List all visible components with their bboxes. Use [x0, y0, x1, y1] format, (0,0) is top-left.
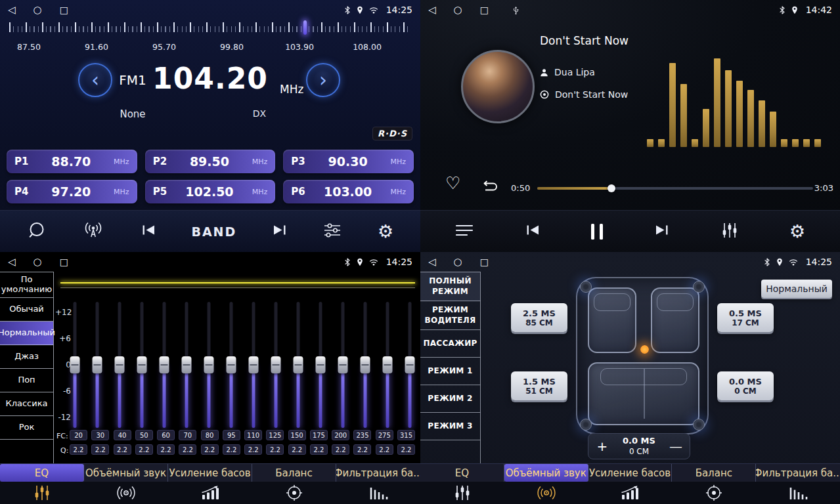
tune-up-button[interactable]: › [306, 63, 340, 97]
previous-station-button[interactable] [141, 224, 156, 238]
bass-boost-icon[interactable] [168, 482, 252, 504]
eq-band-slider[interactable] [271, 302, 281, 428]
eq-preset-item[interactable]: По умолчанию [0, 272, 53, 298]
slider-knob[interactable] [227, 356, 236, 373]
preset-p1[interactable]: P1 88.70 MHz [7, 150, 137, 173]
preset-p5[interactable]: P5 102.50 MHz [145, 180, 276, 203]
slider-knob[interactable] [115, 356, 125, 373]
listening-mode-item[interactable]: РЕЖИМ 2 [420, 385, 480, 413]
nav-home-icon[interactable]: ○ [454, 257, 462, 267]
eq-band-slider[interactable] [338, 302, 348, 428]
nav-recents-icon[interactable]: □ [60, 257, 68, 266]
rear-right-delay[interactable]: 0.0 MS 0 СМ [717, 371, 774, 400]
listening-mode-item[interactable]: РЕЖИМ ВОДИТЕЛЯ [420, 301, 480, 330]
nav-back-icon[interactable]: ◁ [8, 5, 16, 15]
eq-band-slider[interactable] [405, 302, 415, 428]
slider-knob[interactable] [383, 356, 393, 373]
scan-button[interactable] [27, 220, 47, 243]
previous-track-button[interactable] [525, 224, 541, 238]
nav-back-icon[interactable]: ◁ [8, 257, 16, 267]
eq-band-slider[interactable] [360, 302, 370, 428]
eq-preset-item[interactable]: Поп [0, 369, 53, 392]
eq-band-slider[interactable] [137, 302, 147, 428]
slider-knob[interactable] [160, 356, 169, 373]
nav-back-icon[interactable]: ◁ [428, 5, 436, 15]
seek-thumb[interactable] [608, 184, 615, 192]
eq-preset-item[interactable]: Джаз [0, 345, 53, 369]
preset-normal-button[interactable]: Нормальный [761, 280, 832, 298]
tab-eq[interactable]: EQ [420, 464, 504, 482]
seek-bar[interactable] [537, 187, 813, 190]
next-track-button[interactable] [654, 224, 670, 238]
nav-home-icon[interactable]: ○ [33, 257, 42, 267]
pause-button[interactable] [591, 224, 603, 240]
eq-band-slider[interactable] [293, 302, 303, 428]
preset-p6[interactable]: P6 103.00 MHz [283, 180, 414, 203]
slider-knob[interactable] [204, 356, 214, 373]
repeat-button[interactable] [481, 180, 499, 196]
slider-knob[interactable] [316, 356, 326, 373]
nav-home-icon[interactable]: ○ [454, 5, 462, 15]
tab-surround[interactable]: Объёмный звук [504, 464, 588, 482]
slider-knob[interactable] [338, 356, 348, 373]
eq-sliders-icon[interactable] [0, 482, 84, 504]
broadcast-button[interactable] [81, 222, 105, 242]
next-station-button[interactable] [272, 224, 288, 238]
tab-eq[interactable]: EQ [0, 464, 84, 482]
slider-knob[interactable] [249, 356, 259, 373]
eq-preset-item[interactable]: Классика [0, 392, 53, 416]
tab-balance[interactable]: Баланс [672, 464, 756, 482]
slider-knob[interactable] [70, 356, 80, 373]
eq-preset-item[interactable]: Нормальный [0, 322, 53, 345]
front-left-delay[interactable]: 2.5 MS 85 СМ [511, 303, 567, 332]
eq-band-slider[interactable] [315, 302, 326, 428]
slider-knob[interactable] [294, 356, 303, 373]
eq-preset-item[interactable]: Обычай [0, 298, 53, 322]
eq-band-slider[interactable] [181, 302, 192, 428]
balance-icon[interactable] [252, 482, 336, 504]
settings-gear-icon[interactable]: ⚙ [789, 222, 805, 240]
band-button[interactable]: BAND [191, 224, 236, 239]
tab-filter[interactable]: Фильтрация ба... [756, 464, 840, 482]
eq-band-slider[interactable] [248, 302, 259, 428]
slider-knob[interactable] [405, 356, 415, 373]
playlist-button[interactable] [455, 224, 474, 240]
nav-recents-icon[interactable]: □ [60, 5, 68, 14]
eq-band-slider[interactable] [159, 302, 169, 428]
listening-mode-item[interactable]: РЕЖИМ 3 [420, 413, 480, 440]
eq-band-slider[interactable] [70, 302, 80, 428]
tune-down-button[interactable]: ‹ [78, 63, 112, 97]
listening-mode-item[interactable]: ПОЛНЫЙ РЕЖИМ [420, 272, 480, 301]
slider-knob[interactable] [182, 356, 192, 373]
slider-knob[interactable] [361, 356, 370, 373]
front-right-delay[interactable]: 0.5 MS 17 СМ [717, 303, 774, 332]
surround-sound-icon[interactable] [504, 482, 588, 504]
audio-settings-button[interactable] [322, 222, 342, 242]
settings-gear-icon[interactable]: ⚙ [378, 222, 393, 240]
filter-icon[interactable] [756, 482, 840, 504]
preset-p3[interactable]: P3 90.30 MHz [283, 150, 414, 173]
tab-surround[interactable]: Объёмный звук [84, 464, 168, 482]
nav-recents-icon[interactable]: □ [480, 5, 489, 14]
eq-band-slider[interactable] [204, 302, 214, 428]
listening-mode-item[interactable]: ПАССАЖИР [420, 330, 480, 358]
filter-icon[interactable] [336, 482, 420, 504]
slider-knob[interactable] [137, 356, 147, 373]
preset-p4[interactable]: P4 97.20 MHz [7, 180, 137, 203]
eq-band-slider[interactable] [226, 302, 236, 428]
tab-bass-boost[interactable]: Усиление басов [588, 464, 673, 482]
eq-sliders-icon[interactable] [420, 482, 504, 504]
bass-boost-icon[interactable] [588, 482, 673, 504]
eq-band-slider[interactable] [92, 302, 102, 428]
balance-icon[interactable] [672, 482, 756, 504]
eq-preset-item[interactable]: Рок [0, 416, 53, 440]
tab-bass-boost[interactable]: Усиление басов [168, 464, 252, 482]
decrease-delay-button[interactable]: — [662, 440, 690, 453]
nav-home-icon[interactable]: ○ [33, 5, 42, 15]
eq-band-slider[interactable] [114, 302, 125, 428]
listening-mode-item[interactable]: РЕЖИМ 1 [420, 358, 480, 385]
favorite-button[interactable]: ♡ [445, 175, 460, 192]
nav-recents-icon[interactable]: □ [480, 257, 489, 266]
increase-delay-button[interactable]: + [588, 440, 616, 453]
equalizer-button[interactable] [721, 222, 738, 242]
